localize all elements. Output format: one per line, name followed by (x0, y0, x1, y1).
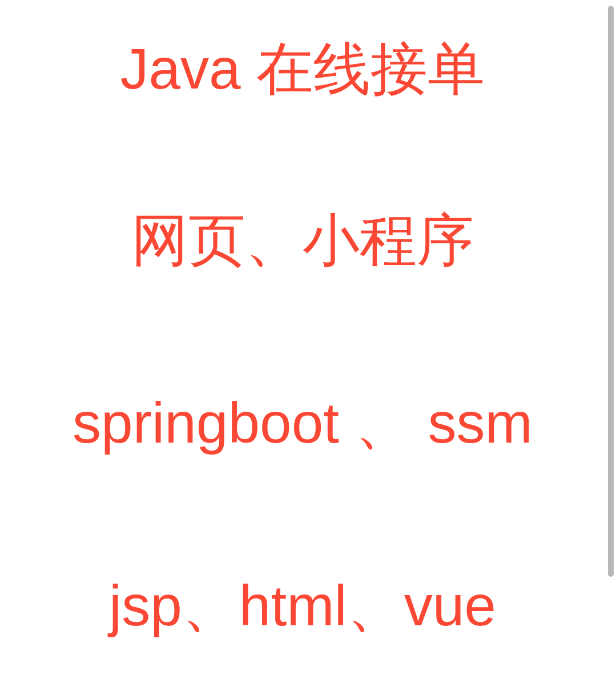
line-1: Java 在线接单 (120, 34, 485, 103)
text-content: Java 在线接单 网页、小程序 springboot 、 ssm jsp、ht… (0, 0, 605, 675)
line-2: 网页、小程序 (131, 206, 474, 274)
line-3: springboot 、 ssm (73, 388, 533, 457)
scrollbar-icon[interactable] (608, 6, 614, 577)
line-4: jsp、html、vue (109, 571, 496, 640)
